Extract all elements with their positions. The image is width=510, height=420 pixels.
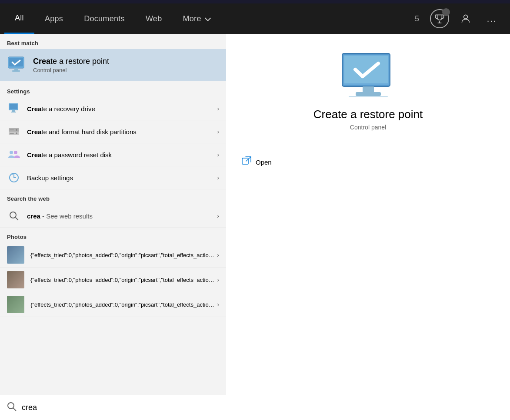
list-item-backup[interactable]: Backup settings › xyxy=(0,166,226,189)
list-item-password-reset[interactable]: Create a password reset disk › xyxy=(0,143,226,166)
photo-title-3: {"effects_tried":0,"photos_added":0,"ori… xyxy=(30,301,217,308)
preview-title: Create a restore point xyxy=(313,108,423,121)
svg-rect-25 xyxy=(356,92,381,96)
svg-rect-7 xyxy=(10,104,17,109)
open-label: Open xyxy=(256,159,272,166)
svg-rect-15 xyxy=(10,133,14,134)
photos-label: Photos xyxy=(0,228,226,243)
photo-title-2: {"effects_tried":0,"photos_added":0,"ori… xyxy=(30,277,217,283)
chevron-right-icon-8: › xyxy=(217,301,219,308)
svg-point-16 xyxy=(10,151,13,154)
open-icon xyxy=(242,156,251,168)
search-icon xyxy=(7,402,17,413)
top-bar xyxy=(0,0,510,3)
list-item-hard-disk[interactable]: Create and format hard disk partitions › xyxy=(0,120,226,143)
chevron-right-icon-2: › xyxy=(217,128,219,135)
svg-point-0 xyxy=(464,15,468,19)
open-window-icon xyxy=(242,156,251,166)
tab-web[interactable]: Web xyxy=(135,3,173,34)
more-options-button[interactable]: ... xyxy=(482,9,501,28)
best-match-subtitle: Control panel xyxy=(33,67,109,73)
users-icon xyxy=(8,149,20,161)
best-match-item[interactable]: Create a restore point Control panel xyxy=(0,49,226,81)
search-magnifier-icon xyxy=(7,402,17,411)
recovery-drive-icon xyxy=(7,102,21,116)
monitor-icon xyxy=(7,56,27,74)
more-dots: ... xyxy=(487,14,497,24)
search-web-label: Search the web xyxy=(0,189,226,205)
best-match-highlight: Crea xyxy=(33,57,50,66)
tab-apps[interactable]: Apps xyxy=(34,3,73,34)
password-reset-title: Create a password reset disk xyxy=(27,151,217,159)
svg-rect-8 xyxy=(12,110,15,112)
password-reset-icon xyxy=(7,148,21,162)
chevron-right-icon: › xyxy=(217,105,219,112)
svg-point-17 xyxy=(14,151,17,154)
achievement-button[interactable] xyxy=(430,9,449,28)
left-panel: Best match Create a restore point xyxy=(0,34,226,395)
photo-thumb-2 xyxy=(7,271,24,288)
web-search-title: crea - See web results xyxy=(27,212,217,220)
svg-rect-14 xyxy=(10,129,14,130)
chevron-right-icon-4: › xyxy=(217,174,219,181)
chevron-right-icon-7: › xyxy=(217,276,219,283)
restore-point-icon xyxy=(7,55,27,75)
best-match-text: Create a restore point Control panel xyxy=(33,57,109,73)
svg-line-30 xyxy=(13,408,17,411)
tab-documents[interactable]: Documents xyxy=(73,3,135,34)
list-item-recovery-drive[interactable]: Create a recovery drive › xyxy=(0,97,226,120)
tab-navigation: All Apps Documents Web More 5 ... xyxy=(0,3,510,34)
chevron-right-icon-3: › xyxy=(217,151,219,158)
chevron-right-icon-6: › xyxy=(217,251,219,258)
best-match-title: Create a restore point xyxy=(33,57,109,66)
svg-rect-24 xyxy=(363,86,374,93)
svg-rect-4 xyxy=(14,68,18,70)
photo-item-3[interactable]: {"effects_tried":0,"photos_added":0,"ori… xyxy=(0,292,226,317)
achievement-badge xyxy=(442,8,450,16)
right-panel: Create a restore point Control panel Ope… xyxy=(226,34,510,395)
backup-icon xyxy=(7,171,21,185)
svg-rect-26 xyxy=(349,96,388,97)
svg-line-20 xyxy=(16,218,19,221)
chevron-down-icon xyxy=(205,15,211,21)
recovery-drive-title: Create a recovery drive xyxy=(27,105,217,112)
disk-icon xyxy=(8,126,20,138)
photo-thumb-3 xyxy=(7,296,24,313)
svg-rect-5 xyxy=(12,70,20,72)
backup-title: Backup settings xyxy=(27,174,217,182)
photo-item-1[interactable]: {"effects_tried":0,"photos_added":0,"ori… xyxy=(0,243,226,268)
preview-icon xyxy=(340,51,397,99)
best-match-title-rest: te a restore point xyxy=(50,57,109,66)
tab-more[interactable]: More xyxy=(172,3,220,34)
best-match-label: Best match xyxy=(0,34,226,49)
search-input[interactable] xyxy=(22,403,503,412)
svg-rect-23 xyxy=(344,56,388,83)
preview-subtitle: Control panel xyxy=(350,124,386,131)
svg-point-12 xyxy=(16,129,17,131)
photo-title-1: {"effects_tried":0,"photos_added":0,"ori… xyxy=(30,252,217,258)
magnifier-icon xyxy=(9,211,19,221)
svg-rect-9 xyxy=(11,112,16,112)
backup-arrow-icon xyxy=(8,172,20,184)
achievement-count: 5 xyxy=(411,14,423,23)
photo-item-2[interactable]: {"effects_tried":0,"photos_added":0,"ori… xyxy=(0,268,226,292)
svg-point-29 xyxy=(8,403,14,409)
right-panel-divider xyxy=(235,144,501,144)
main-content: Best match Create a restore point xyxy=(0,34,510,395)
search-bar xyxy=(0,395,510,420)
svg-point-19 xyxy=(10,212,16,218)
monitor-small-icon xyxy=(8,103,20,115)
web-search-item[interactable]: crea - See web results › xyxy=(0,205,226,228)
hard-disk-title: Create and format hard disk partitions xyxy=(27,128,217,136)
header-actions: 5 ... xyxy=(411,3,506,34)
open-button[interactable]: Open xyxy=(235,153,279,172)
tab-all[interactable]: All xyxy=(4,3,34,34)
search-web-icon xyxy=(7,209,21,223)
feedback-button[interactable] xyxy=(456,9,475,28)
svg-rect-27 xyxy=(242,158,248,164)
svg-rect-3 xyxy=(9,58,23,66)
person-icon xyxy=(460,13,471,24)
hard-disk-icon xyxy=(7,125,21,139)
chevron-right-icon-5: › xyxy=(217,212,219,219)
svg-point-13 xyxy=(16,132,17,134)
